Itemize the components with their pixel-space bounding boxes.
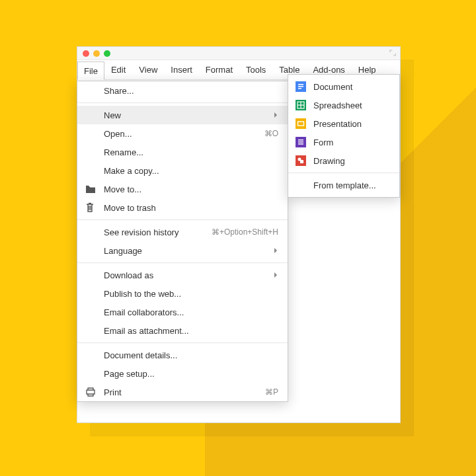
menu-format[interactable]: Format [199, 60, 239, 79]
menu-item-page-setup[interactable]: Page setup... [77, 364, 288, 383]
submenu-item-drawing[interactable]: Drawing [288, 151, 399, 170]
print-icon [85, 387, 96, 397]
menu-view[interactable]: View [132, 60, 164, 79]
submenu-item-presentation[interactable]: Presentation [288, 114, 399, 133]
fullscreen-icon[interactable] [389, 50, 396, 58]
svg-rect-16 [300, 160, 303, 163]
menu-separator [77, 219, 288, 220]
docs-icon [296, 81, 306, 92]
menu-item-print[interactable]: Print ⌘P [77, 383, 288, 401]
menu-item-document-details[interactable]: Document details... [77, 346, 288, 364]
menu-item-email-attachment[interactable]: Email as attachment... [77, 321, 288, 340]
submenu-item-spreadsheet[interactable]: Spreadsheet [288, 96, 399, 114]
traffic-lights [83, 50, 110, 57]
file-dropdown: Share... New Open... ⌘O Rename... Make a… [77, 81, 288, 402]
menu-item-revision-history[interactable]: See revision history ⌘+Option+Shift+H [77, 223, 288, 241]
close-window-button[interactable] [83, 50, 89, 57]
menu-separator [288, 173, 399, 173]
folder-icon [85, 184, 96, 194]
slides-icon [296, 118, 306, 129]
submenu-arrow-icon [274, 272, 280, 278]
shortcut-text: ⌘P [265, 387, 278, 397]
menu-file[interactable]: File [77, 61, 104, 80]
svg-rect-1 [298, 84, 303, 85]
menu-item-new[interactable]: New [77, 106, 288, 124]
menu-separator [77, 342, 288, 343]
shortcut-text: ⌘O [264, 129, 278, 138]
menu-insert[interactable]: Insert [164, 60, 199, 79]
menu-item-language[interactable]: Language [77, 241, 288, 260]
new-submenu: Document Spreadsheet Presentation Form D… [288, 74, 400, 198]
submenu-item-document[interactable]: Document [288, 77, 399, 96]
menu-item-trash[interactable]: Move to trash [77, 198, 288, 217]
submenu-item-form[interactable]: Form [288, 133, 399, 151]
trash-icon [85, 202, 95, 213]
menu-tools[interactable]: Tools [239, 60, 272, 79]
menu-item-make-copy[interactable]: Make a copy... [77, 161, 288, 180]
submenu-arrow-icon [274, 112, 280, 118]
titlebar [77, 47, 400, 60]
menu-item-publish[interactable]: Publish to the web... [77, 284, 288, 303]
svg-rect-12 [298, 141, 303, 143]
menu-separator [77, 262, 288, 263]
shortcut-text: ⌘+Option+Shift+H [212, 227, 278, 237]
menu-separator [77, 102, 288, 103]
svg-rect-2 [298, 86, 303, 87]
menu-item-email-collaborators[interactable]: Email collaborators... [77, 303, 288, 321]
forms-icon [296, 137, 306, 147]
menu-item-share[interactable]: Share... [77, 81, 288, 100]
menu-edit[interactable]: Edit [104, 60, 132, 79]
drawings-icon [296, 155, 306, 166]
svg-rect-13 [298, 143, 303, 145]
menu-item-open[interactable]: Open... ⌘O [77, 124, 288, 143]
svg-rect-8 [296, 118, 306, 129]
minimize-window-button[interactable] [93, 50, 100, 57]
maximize-window-button[interactable] [104, 50, 110, 57]
submenu-arrow-icon [274, 248, 280, 253]
svg-rect-11 [298, 139, 303, 141]
menu-item-download[interactable]: Download as [77, 266, 288, 284]
menu-item-move-to[interactable]: Move to... [77, 180, 288, 198]
submenu-item-from-template[interactable]: From template... [288, 176, 399, 194]
app-window: File Edit View Insert Format Tools Table… [77, 46, 401, 423]
svg-rect-3 [298, 88, 301, 89]
menu-item-rename[interactable]: Rename... [77, 143, 288, 161]
sheets-icon [296, 100, 306, 110]
